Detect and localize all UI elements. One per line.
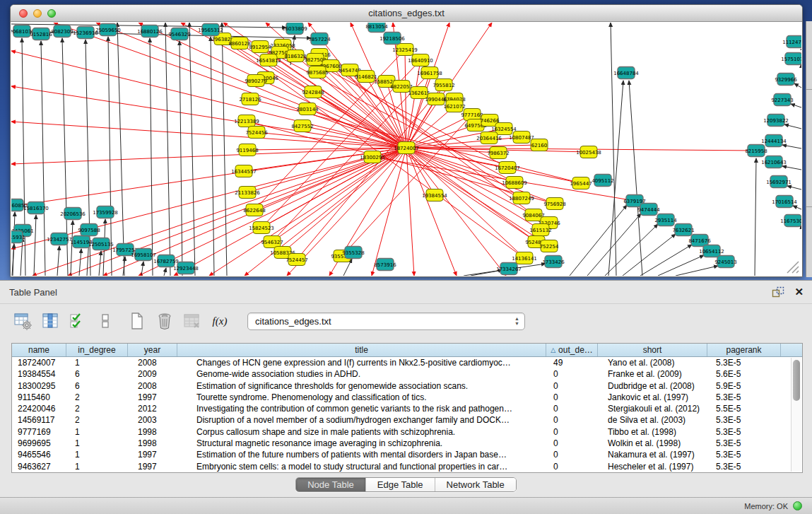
table-cell[interactable]: de Silva et al. (2003)	[598, 414, 707, 426]
table-cell[interactable]: Corpus callosum shape and size in male p…	[177, 426, 546, 438]
graph-node[interactable]: 17359928	[93, 206, 118, 218]
graph-node[interactable]: 62160	[531, 139, 548, 151]
table-cell[interactable]: 1	[66, 357, 128, 368]
table-cell[interactable]: Changes of HCN gene expression and I(f) …	[177, 357, 546, 368]
table-cell[interactable]: Investigating the contribution of common…	[177, 403, 546, 414]
table-cell[interactable]: 0	[546, 392, 598, 403]
graph-node[interactable]: 9546329	[168, 28, 190, 40]
graph-node[interactable]: 9152816	[30, 28, 52, 40]
table-cell[interactable]: Stergiakouli et al. (2012)	[598, 403, 707, 414]
table-cell[interactable]: 9463627	[12, 461, 66, 472]
table-cell[interactable]: 0	[546, 449, 598, 460]
graph-node[interactable]: 18640910	[408, 54, 433, 66]
table-cell[interactable]: 2003	[128, 414, 177, 426]
table-selector-combobox[interactable]: citations_edges.txt ▲▼	[247, 313, 525, 330]
graph-node[interactable]: 17334267	[496, 263, 522, 275]
graph-node[interactable]: 11675305	[780, 215, 801, 227]
graph-node[interactable]: 4095112	[592, 175, 613, 187]
graph-node[interactable]: 7524456	[245, 127, 268, 139]
graph-node[interactable]: 2803144	[296, 103, 319, 115]
table-cell[interactable]: 22420046	[12, 403, 66, 414]
graph-node[interactable]: 12505135	[88, 238, 114, 250]
graph-node[interactable]: 8186328	[284, 50, 306, 62]
table-cell[interactable]: 0	[546, 403, 598, 414]
table-row[interactable]: 1938455462009Genome-wide association stu…	[12, 368, 802, 380]
graph-node[interactable]: 18300295	[360, 151, 385, 163]
table-cell[interactable]: 6	[66, 380, 128, 392]
graph-node[interactable]: 14136141	[512, 252, 537, 264]
table-cell[interactable]: 2	[66, 392, 128, 403]
graph-node[interactable]: 12213389	[234, 115, 259, 127]
table-cell[interactable]: Estimation of significance thresholds fo…	[177, 380, 546, 392]
table-cell[interactable]: 6	[66, 368, 128, 380]
graph-node[interactable]: 9119468	[236, 144, 258, 156]
column-header-in_degree[interactable]: in_degree	[66, 344, 128, 356]
graph-node[interactable]: 16720407	[495, 162, 520, 174]
graph-node[interactable]: 10807487	[509, 132, 534, 144]
graph-node[interactable]: 8912954	[249, 41, 271, 53]
table-scrollbar[interactable]	[791, 358, 801, 472]
graph-node[interactable]: 2718126	[239, 93, 261, 105]
delete-rows-button[interactable]	[155, 311, 175, 331]
graph-node[interactable]: 9474444	[637, 204, 660, 216]
graph-node[interactable]: 9242848	[302, 86, 324, 98]
graph-node[interactable]: 9546327	[261, 236, 283, 248]
graph-node[interactable]: 8813054	[365, 23, 388, 33]
graph-node[interactable]: 20206536	[60, 208, 86, 220]
table-cell[interactable]: 5.3E-5	[707, 357, 781, 368]
graph-node[interactable]: 8860128	[228, 37, 250, 49]
tab-network-table[interactable]: Network Table	[435, 478, 516, 491]
graph-node[interactable]: 8573916	[374, 259, 396, 271]
graph-node[interactable]: 8215958	[745, 145, 767, 157]
graph-node[interactable]: 16648784	[613, 67, 639, 79]
table-cell[interactable]: Hescheler et al. (1997)	[598, 461, 707, 472]
table-cell[interactable]: 18724007	[12, 357, 66, 368]
table-cell[interactable]: 9699695	[12, 438, 66, 449]
table-cell[interactable]: 2012	[128, 403, 177, 414]
network-view-canvas[interactable]: 1872400779638228860128891295423226058982…	[11, 23, 801, 276]
graph-node[interactable]: 9245013	[714, 256, 736, 268]
table-cell[interactable]: 2	[66, 414, 128, 426]
table-cell[interactable]: 14569117	[12, 414, 66, 426]
graph-node[interactable]: 16958107	[131, 249, 156, 261]
table-cell[interactable]: 2009	[128, 368, 177, 380]
graph-node[interactable]: 16033809	[282, 23, 307, 35]
function-builder-button[interactable]: f(x)	[210, 311, 230, 331]
table-cell[interactable]: Dudbridge et al. (2008)	[598, 380, 707, 392]
graph-node[interactable]: 12093822	[763, 115, 789, 127]
graph-node[interactable]: 21133826	[235, 187, 260, 199]
graph-node[interactable]: 15751074	[781, 53, 801, 65]
graph-node[interactable]: 8427552	[291, 120, 313, 132]
table-cell[interactable]: 49	[546, 357, 598, 368]
table-cell[interactable]: Disruption of a novel member of a sodium…	[177, 414, 546, 426]
new-document-button[interactable]	[127, 311, 147, 331]
table-cell[interactable]: 0	[546, 426, 598, 438]
graph-node[interactable]: 19565312	[198, 24, 223, 36]
graph-node[interactable]: 10025438	[576, 146, 601, 158]
table-cell[interactable]: 18300295	[12, 380, 66, 392]
graph-node[interactable]: 19218506	[379, 33, 405, 45]
graph-node[interactable]: 25059650	[95, 24, 121, 36]
table-cell[interactable]: 2008	[128, 380, 177, 392]
table-cell[interactable]: 5.3E-5	[707, 426, 781, 438]
column-header-year[interactable]: year	[128, 344, 177, 356]
graph-node[interactable]: 16210643	[761, 156, 787, 168]
table-cell[interactable]: 1	[66, 461, 128, 472]
table-cell[interactable]: Wolkin et al. (1998)	[598, 438, 707, 449]
graph-node[interactable]: 7524457	[286, 254, 307, 266]
table-cell[interactable]: Estimation of the future numbers of pati…	[177, 449, 546, 460]
table-cell[interactable]: 5.3E-5	[707, 392, 781, 403]
table-scrollbar-thumb[interactable]	[793, 360, 800, 401]
table-cell[interactable]: 1	[66, 438, 128, 449]
graph-node[interactable]: 7955812	[433, 79, 454, 91]
column-header-title[interactable]: title	[177, 344, 546, 356]
table-cell[interactable]: 9115460	[12, 392, 66, 403]
graph-node[interactable]: 2935114	[654, 214, 677, 226]
table-cell[interactable]: 19384554	[12, 368, 66, 380]
table-cell[interactable]: 1	[66, 426, 128, 438]
graph-node[interactable]: 9355328	[342, 247, 364, 259]
table-cell[interactable]: 5.6E-5	[707, 368, 781, 380]
graph-node[interactable]: 7986372	[487, 147, 509, 159]
graph-node[interactable]: 15816370	[23, 202, 49, 214]
table-cell[interactable]: Franke et al. (2009)	[598, 368, 707, 380]
